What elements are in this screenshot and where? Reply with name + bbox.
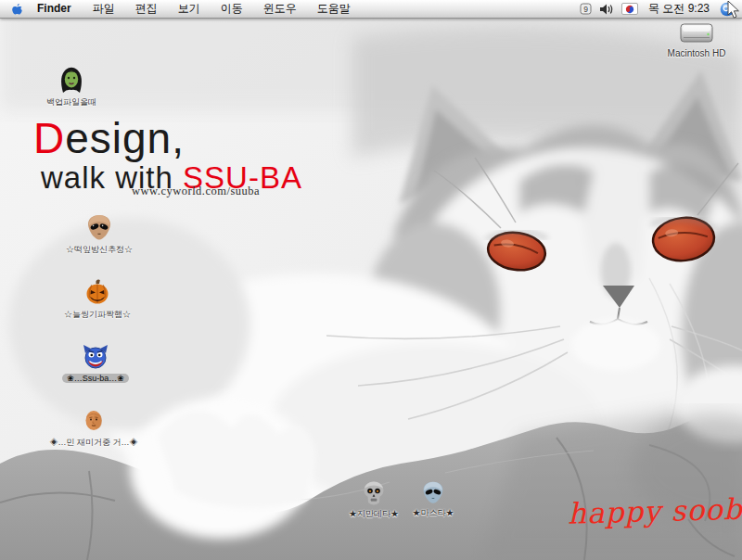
menu-help[interactable]: 도움말 (307, 0, 361, 18)
icon-label: ☆떡잎방신추정☆ (66, 244, 133, 256)
man-avatar (80, 407, 108, 435)
mouse-cursor (727, 1, 740, 19)
classic-9-menu-icon[interactable]: 9 (576, 0, 595, 18)
menu-window[interactable]: 윈도우 (253, 0, 307, 18)
menu-view[interactable]: 보기 (168, 0, 211, 18)
hard-drive-icon (677, 20, 716, 46)
headline-accent: D (33, 114, 65, 162)
devil-avatar (81, 342, 110, 372)
menu-app-name[interactable]: Finder (32, 0, 83, 18)
speaker-icon (599, 4, 614, 15)
apple-menu-icon[interactable] (0, 0, 32, 18)
menu-go[interactable]: 이동 (211, 0, 253, 18)
menu-clock[interactable]: 목 오전 9:23 (642, 0, 716, 18)
skull-avatar (362, 480, 386, 506)
classic-9-glyph: 9 (580, 3, 592, 15)
korean-flag-icon (621, 3, 638, 15)
desktop-icon-buddy-1[interactable]: 백업파일올때 (25, 65, 118, 108)
desktop-icon-buddy-3[interactable]: ☆늘씽기파짝햄☆ (51, 277, 144, 321)
icon-label: ☆늘씽기파짝햄☆ (64, 309, 131, 321)
desktop-icon-macintosh-hd[interactable]: Macintosh HD (652, 20, 741, 58)
input-source-flag-icon[interactable] (618, 0, 642, 18)
icon-label: 백업파일올때 (46, 96, 96, 108)
wallpaper-url: www.cyworld.com/suuba (132, 185, 248, 198)
desktop-icon-buddy-5[interactable]: ◈…민 재미거중 거…◈ (47, 407, 140, 449)
pumpkin-avatar (83, 277, 112, 307)
desktop-icon-buddy-7[interactable]: ★마스타★ (387, 479, 480, 519)
desktop-icon-buddy-4[interactable]: ❀…Ssu-ba…❀ (49, 342, 142, 383)
menu-file[interactable]: 파일 (83, 0, 125, 18)
icon-label: ❀…Ssu-ba…❀ (62, 374, 129, 383)
wallpaper-headline: Design, walk with SSU-BA (33, 117, 302, 194)
wallpaper-signature: happy sooba (568, 491, 742, 529)
taegeuk-icon (625, 5, 634, 14)
apple-logo-icon (11, 2, 23, 16)
menu-bar-status: 9 목 오전 9:23 (576, 0, 742, 18)
menu-edit[interactable]: 편집 (125, 0, 168, 18)
headline-rest: esign, (65, 114, 185, 162)
alien2-avatar (420, 479, 446, 505)
icon-label: Macintosh HD (668, 48, 726, 58)
svg-text:9: 9 (583, 5, 588, 14)
headline-line1: Design, (33, 117, 302, 160)
icon-label: ★마스타★ (413, 507, 454, 519)
alien-avatar (84, 212, 114, 242)
witch-avatar (57, 65, 86, 95)
menu-bar: Finder 파일 편집 보기 이동 윈도우 도움말 9 (0, 0, 742, 19)
menu-bar-left: Finder 파일 편집 보기 이동 윈도우 도움말 (0, 0, 361, 18)
desktop-icon-buddy-2[interactable]: ☆떡잎방신추정☆ (53, 212, 146, 256)
volume-menu-icon[interactable] (595, 0, 618, 18)
icon-label: ◈…민 재미거중 거…◈ (49, 437, 137, 449)
